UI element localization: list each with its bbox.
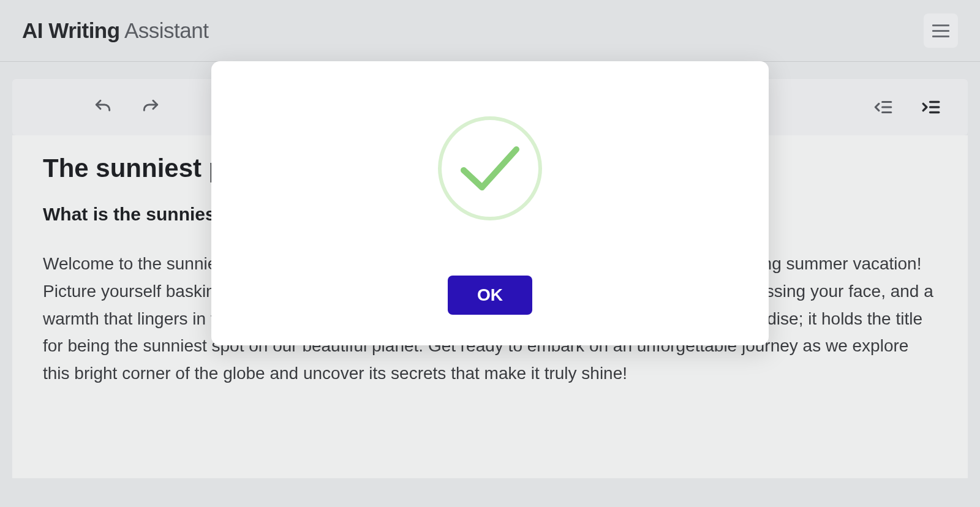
check-icon <box>456 141 524 196</box>
success-check-circle <box>438 116 542 220</box>
success-dialog: OK <box>211 61 769 345</box>
modal-overlay: OK <box>0 0 980 507</box>
ok-button[interactable]: OK <box>448 276 532 315</box>
